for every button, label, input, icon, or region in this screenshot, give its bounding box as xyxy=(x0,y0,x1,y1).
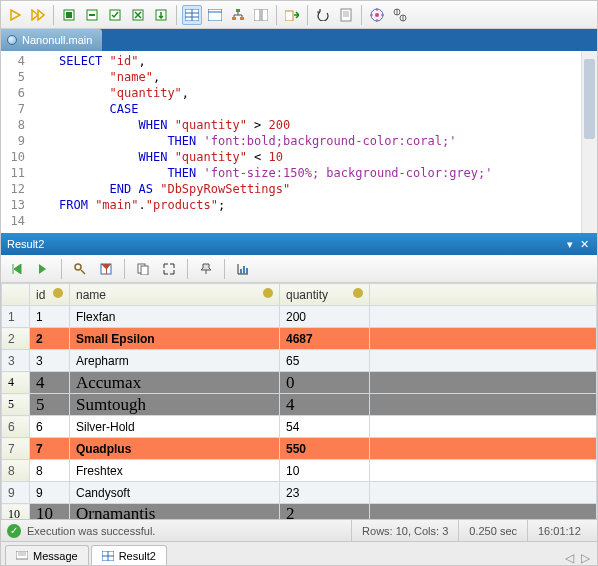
cell-id[interactable]: 3 xyxy=(30,350,70,372)
cell-qty[interactable]: 4687 xyxy=(280,328,370,350)
settings-icon[interactable] xyxy=(390,5,410,25)
status-time: 0.250 sec xyxy=(458,520,527,541)
cell-qty[interactable]: 2 xyxy=(280,504,370,520)
expand-icon[interactable] xyxy=(159,259,179,279)
table-row[interactable]: 66Silver-Hold54 xyxy=(2,416,597,438)
tool-icon-1[interactable] xyxy=(59,5,79,25)
table-row[interactable]: 88Freshtex10 xyxy=(2,460,597,482)
cell-id[interactable]: 8 xyxy=(30,460,70,482)
first-icon[interactable] xyxy=(7,259,27,279)
cell-qty[interactable]: 4 xyxy=(280,394,370,416)
cell-empty xyxy=(370,460,597,482)
tab-next-icon[interactable]: ▷ xyxy=(577,551,593,565)
cell-empty xyxy=(370,328,597,350)
cell-id[interactable]: 5 xyxy=(30,394,70,416)
execute-debug-icon[interactable] xyxy=(28,5,48,25)
next-icon[interactable] xyxy=(33,259,53,279)
close-icon[interactable]: ✕ xyxy=(577,238,591,251)
cell-qty[interactable]: 54 xyxy=(280,416,370,438)
svg-rect-39 xyxy=(240,269,242,274)
cell-name[interactable]: Small Epsilon xyxy=(70,328,280,350)
find-icon[interactable] xyxy=(70,259,90,279)
result-grid[interactable]: id name quantity 11Flexfan20022Small Eps… xyxy=(1,283,597,519)
cell-name[interactable]: Silver-Hold xyxy=(70,416,280,438)
cell-id[interactable]: 9 xyxy=(30,482,70,504)
row-number[interactable]: 2 xyxy=(2,328,30,350)
tool-icon-5[interactable] xyxy=(151,5,171,25)
row-number[interactable]: 8 xyxy=(2,460,30,482)
table-row[interactable]: 55Sumtough4 xyxy=(2,394,597,416)
table-row[interactable]: 33Arepharm65 xyxy=(2,350,597,372)
document-icon[interactable] xyxy=(336,5,356,25)
target-icon[interactable] xyxy=(367,5,387,25)
cell-empty xyxy=(370,416,597,438)
cell-qty[interactable]: 550 xyxy=(280,438,370,460)
row-number[interactable]: 5 xyxy=(2,394,30,416)
row-number[interactable]: 4 xyxy=(2,372,30,394)
svg-rect-10 xyxy=(208,9,222,21)
row-number[interactable]: 7 xyxy=(2,438,30,460)
row-number[interactable]: 3 xyxy=(2,350,30,372)
tab-prev-icon[interactable]: ◁ xyxy=(561,551,577,565)
table-row[interactable]: 77Quadplus550 xyxy=(2,438,597,460)
tool-icon-4[interactable] xyxy=(128,5,148,25)
cell-qty[interactable]: 0 xyxy=(280,372,370,394)
grid-view-icon[interactable] xyxy=(182,5,202,25)
cell-id[interactable]: 7 xyxy=(30,438,70,460)
editor-tab[interactable]: Nanonull.main xyxy=(1,29,102,51)
cell-qty[interactable]: 10 xyxy=(280,460,370,482)
col-quantity[interactable]: quantity xyxy=(280,284,370,306)
pin-icon[interactable] xyxy=(196,259,216,279)
table-row[interactable]: 1010Ornamantis2 xyxy=(2,504,597,520)
svg-rect-41 xyxy=(246,268,248,274)
cell-id[interactable]: 1 xyxy=(30,306,70,328)
cell-id[interactable]: 10 xyxy=(30,504,70,520)
chart-icon[interactable] xyxy=(233,259,253,279)
cell-name[interactable]: Freshtex xyxy=(70,460,280,482)
table-row[interactable]: 11Flexfan200 xyxy=(2,306,597,328)
col-id[interactable]: id xyxy=(30,284,70,306)
filter-icon[interactable] xyxy=(96,259,116,279)
cell-name[interactable]: Ornamantis xyxy=(70,504,280,520)
cell-id[interactable]: 6 xyxy=(30,416,70,438)
minimize-icon[interactable]: ▾ xyxy=(563,238,577,251)
copy-icon[interactable] xyxy=(133,259,153,279)
tool-icon-2[interactable] xyxy=(82,5,102,25)
row-number[interactable]: 6 xyxy=(2,416,30,438)
tree-icon[interactable] xyxy=(228,5,248,25)
table-row[interactable]: 44Accumax0 xyxy=(2,372,597,394)
form-view-icon[interactable] xyxy=(205,5,225,25)
cell-id[interactable]: 4 xyxy=(30,372,70,394)
tool-icon-3[interactable] xyxy=(105,5,125,25)
row-number[interactable]: 10 xyxy=(2,504,30,520)
layout-icon[interactable] xyxy=(251,5,271,25)
table-row[interactable]: 99Candysoft23 xyxy=(2,482,597,504)
status-message: Execution was successful. xyxy=(27,525,351,537)
tab-result[interactable]: Result2 xyxy=(91,545,167,565)
svg-rect-36 xyxy=(141,266,148,275)
col-name[interactable]: name xyxy=(70,284,280,306)
svg-rect-40 xyxy=(243,266,245,274)
editor-scrollbar[interactable] xyxy=(581,51,597,233)
row-number[interactable]: 9 xyxy=(2,482,30,504)
cell-qty[interactable]: 200 xyxy=(280,306,370,328)
cell-name[interactable]: Quadplus xyxy=(70,438,280,460)
cell-qty[interactable]: 23 xyxy=(280,482,370,504)
cell-name[interactable]: Arepharm xyxy=(70,350,280,372)
sql-editor[interactable]: 4567891011121314 SELECT "id", "name", "q… xyxy=(1,51,597,233)
execute-icon[interactable] xyxy=(5,5,25,25)
cell-name[interactable]: Candysoft xyxy=(70,482,280,504)
cell-id[interactable]: 2 xyxy=(30,328,70,350)
cell-qty[interactable]: 65 xyxy=(280,350,370,372)
row-number[interactable]: 1 xyxy=(2,306,30,328)
code-area[interactable]: SELECT "id", "name", "quantity", CASE WH… xyxy=(33,51,597,233)
table-row[interactable]: 22Small Epsilon4687 xyxy=(2,328,597,350)
svg-rect-18 xyxy=(341,9,351,21)
export-icon[interactable] xyxy=(282,5,302,25)
cell-name[interactable]: Sumtough xyxy=(70,394,280,416)
cell-name[interactable]: Accumax xyxy=(70,372,280,394)
cell-name[interactable]: Flexfan xyxy=(70,306,280,328)
corner-cell[interactable] xyxy=(2,284,30,306)
tab-message[interactable]: Message xyxy=(5,545,89,565)
undo-icon[interactable] xyxy=(313,5,333,25)
